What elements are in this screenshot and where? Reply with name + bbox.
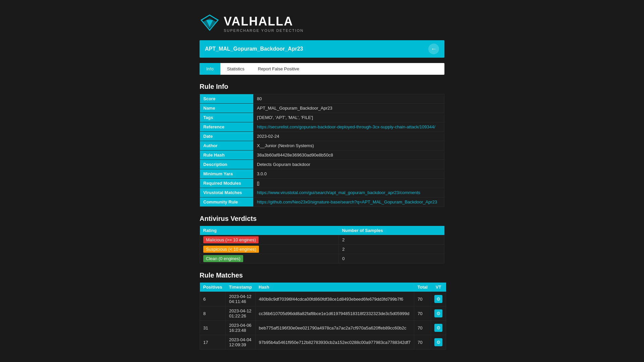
- rule-info-row: DescriptionDetects Gopuram backdoor: [200, 160, 444, 169]
- rule-info-value: https://github.com/Neo23x0/signature-bas…: [254, 197, 444, 207]
- rule-info-link[interactable]: https://github.com/Neo23x0/signature-bas…: [257, 199, 437, 204]
- verdicts-header-samples: Number of Samples: [339, 226, 444, 235]
- antivirus-verdicts-title: Antivirus Verdicts: [200, 215, 444, 223]
- match-positives: 17: [200, 335, 226, 350]
- verdict-count: 2: [339, 245, 444, 254]
- match-row: 172023-04-04 12:09:3997b95b4a5461f950e71…: [200, 335, 446, 350]
- rule-info-key: Tags: [200, 113, 254, 122]
- match-timestamp: 2023-04-06 16:23:48: [226, 321, 255, 335]
- rule-info-key: Rule Hash: [200, 150, 254, 160]
- tab-bar: Info Statistics Report False Positive: [200, 63, 444, 75]
- rule-info-key: Date: [200, 132, 254, 141]
- rule-info-table: Score80NameAPT_MAL_Gopuram_Backdoor_Apr2…: [200, 94, 444, 207]
- match-row: 62023-04-12 04:11:46480b8c9df70396f44cdc…: [200, 292, 446, 306]
- rule-info-row: Rule Hash38a3b60af84428e369630ad90e8b50c…: [200, 150, 444, 160]
- match-row: 82023-04-12 01:22:26cc36b610705d96dd8a82…: [200, 306, 446, 321]
- rule-info-row: Score80: [200, 94, 444, 104]
- verdict-rating: Suspicious (< 10 engines): [200, 245, 339, 254]
- verdict-badge: Malicious (>= 10 engines): [203, 236, 259, 243]
- match-positives: 8: [200, 306, 226, 321]
- rule-info-link[interactable]: https://www.virustotal.com/gui/search/ap…: [257, 190, 420, 195]
- matches-header-vt: VT: [431, 283, 446, 292]
- content-area: Rule Info Score80NameAPT_MAL_Gopuram_Bac…: [200, 83, 444, 358]
- match-vt: ⚙: [431, 335, 446, 350]
- match-total: 70: [414, 306, 431, 321]
- rule-info-value: 3.0.0: [254, 169, 444, 179]
- matches-header-positives: Positives: [200, 283, 226, 292]
- rule-info-row: Community Rulehttps://github.com/Neo23x0…: [200, 197, 444, 207]
- match-total: 70: [414, 335, 431, 350]
- rule-info-value: X__Junior (Nextron Systems): [254, 141, 444, 150]
- rule-info-row: Required Modules[]: [200, 179, 444, 188]
- verdict-row: Malicious (>= 10 engines)2: [200, 235, 444, 245]
- vt-link-button[interactable]: ⚙: [434, 324, 442, 332]
- rule-info-key: Description: [200, 160, 254, 169]
- rule-matches-title: Rule Matches: [200, 272, 444, 279]
- rule-info-value: https://www.virustotal.com/gui/search/ap…: [254, 188, 444, 197]
- rule-info-key: Required Modules: [200, 179, 254, 188]
- logo-title: VALHALLA: [224, 14, 304, 28]
- matches-table: Positives Timestamp Hash Total VT 62023-…: [200, 283, 446, 350]
- rule-info-row: NameAPT_MAL_Gopuram_Backdoor_Apr23: [200, 104, 444, 113]
- match-vt: ⚙: [431, 292, 446, 306]
- back-button[interactable]: ←: [428, 44, 439, 54]
- rule-info-key: Score: [200, 94, 254, 104]
- rule-info-title: Rule Info: [200, 83, 444, 90]
- match-vt: ⚙: [431, 306, 446, 321]
- matches-header-timestamp: Timestamp: [226, 283, 255, 292]
- rule-info-value: https://securelist.com/gopuram-backdoor-…: [254, 122, 444, 132]
- match-row: 312023-04-06 16:23:48beb775af5196f30e0ee…: [200, 321, 446, 335]
- rule-info-row: Virustotal Matcheshttps://www.virustotal…: [200, 188, 444, 197]
- tab-report-false-positive[interactable]: Report False Positive: [251, 63, 306, 75]
- rule-info-key: Reference: [200, 122, 254, 132]
- verdict-count: 2: [339, 235, 444, 245]
- rule-info-value: 38a3b60af84428e369630ad90e8b50c8: [254, 150, 444, 160]
- rule-info-link[interactable]: https://securelist.com/gopuram-backdoor-…: [257, 124, 435, 129]
- rule-info-value: Detects Gopuram backdoor: [254, 160, 444, 169]
- match-hash: 480b8c9df70396f44cdca00fd860fdf38ce1d849…: [255, 292, 414, 306]
- rule-info-key: Name: [200, 104, 254, 113]
- logo-text: VALHALLA SUPERCHARGE YOUR DETECTION: [224, 14, 304, 33]
- vt-link-button[interactable]: ⚙: [434, 295, 442, 303]
- match-vt: ⚙: [431, 321, 446, 335]
- match-timestamp: 2023-04-12 04:11:46: [226, 292, 255, 306]
- rule-info-row: Tags['DEMO', 'APT', 'MAL', 'FILE']: [200, 113, 444, 122]
- match-timestamp: 2023-04-12 01:22:26: [226, 306, 255, 321]
- rule-info-row: Date2023-02-24: [200, 132, 444, 141]
- verdict-count: 0: [339, 254, 444, 263]
- rule-info-key: Virustotal Matches: [200, 188, 254, 197]
- rule-info-row: AuthorX__Junior (Nextron Systems): [200, 141, 444, 150]
- rule-info-value: 2023-02-24: [254, 132, 444, 141]
- verdict-rating: Malicious (>= 10 engines): [200, 235, 339, 245]
- vt-link-button[interactable]: ⚙: [434, 309, 442, 317]
- rule-info-key: Minimum Yara: [200, 169, 254, 179]
- rule-info-key: Community Rule: [200, 197, 254, 207]
- rule-info-value: APT_MAL_Gopuram_Backdoor_Apr23: [254, 104, 444, 113]
- rule-info-row: Minimum Yara3.0.0: [200, 169, 444, 179]
- rule-info-value: []: [254, 179, 444, 188]
- match-total: 70: [414, 321, 431, 335]
- matches-header-hash: Hash: [255, 283, 414, 292]
- tab-statistics[interactable]: Statistics: [220, 63, 251, 75]
- rule-info-value: ['DEMO', 'APT', 'MAL', 'FILE']: [254, 113, 444, 122]
- match-hash: beb775af5196f30e0ee021790a4978ca7a7ac2a7…: [255, 321, 414, 335]
- match-hash: 97b95b4a5461f950e712b82783930cb2a152ec02…: [255, 335, 414, 350]
- verdicts-table: Rating Number of Samples Malicious (>= 1…: [200, 226, 444, 263]
- verdict-row: Suspicious (< 10 engines)2: [200, 245, 444, 254]
- vt-link-button[interactable]: ⚙: [434, 338, 442, 346]
- rule-info-row: Referencehttps://securelist.com/gopuram-…: [200, 122, 444, 132]
- logo-subtitle: SUPERCHARGE YOUR DETECTION: [224, 28, 304, 33]
- match-timestamp: 2023-04-04 12:09:39: [226, 335, 255, 350]
- valhalla-logo-icon: [200, 13, 220, 34]
- match-hash: cc36b610705d96dd8a82faf8bce1e1d619794851…: [255, 306, 414, 321]
- verdict-badge: Clean (0 engines): [203, 255, 243, 262]
- verdict-rating: Clean (0 engines): [200, 254, 339, 263]
- matches-header-total: Total: [414, 283, 431, 292]
- verdicts-header-rating: Rating: [200, 226, 339, 235]
- match-positives: 6: [200, 292, 226, 306]
- header-bar: APT_MAL_Gopuram_Backdoor_Apr23 ←: [200, 40, 444, 58]
- verdict-badge: Suspicious (< 10 engines): [203, 246, 259, 253]
- tab-info[interactable]: Info: [200, 63, 220, 75]
- rule-name-header: APT_MAL_Gopuram_Backdoor_Apr23: [205, 46, 303, 52]
- match-positives: 31: [200, 321, 226, 335]
